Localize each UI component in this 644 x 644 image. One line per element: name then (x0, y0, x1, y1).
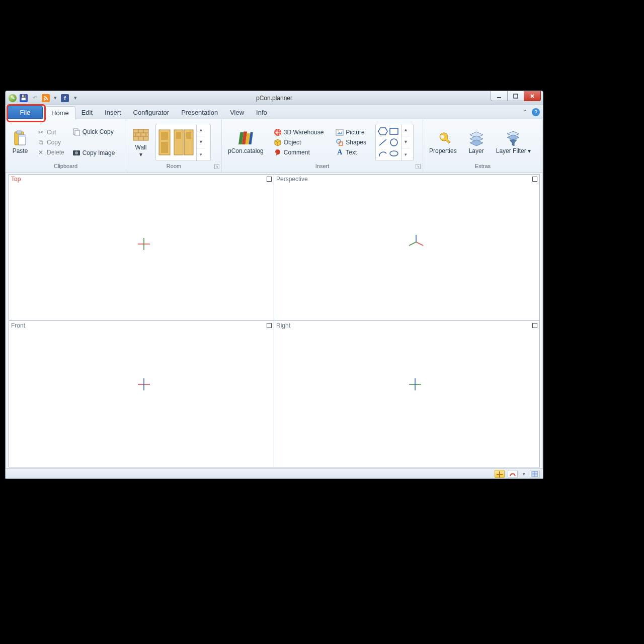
viewport-layout-icon[interactable] (530, 470, 540, 478)
group-label: Insert (315, 163, 330, 169)
viewport-label: Front (11, 322, 25, 329)
viewport-maximize-icon[interactable] (532, 323, 537, 328)
paste-button[interactable]: Paste (10, 129, 31, 155)
delete-label: Delete (47, 149, 64, 156)
svg-rect-1 (514, 94, 518, 98)
comment-button[interactable]: Comment (272, 148, 326, 157)
facebook-icon[interactable]: f (61, 94, 69, 102)
svg-rect-3 (17, 131, 22, 134)
copy-label: Copy (47, 139, 61, 146)
wall-label: Wall▾ (135, 144, 147, 157)
door-double-icon[interactable] (173, 129, 194, 156)
gallery-more-icon[interactable]: ▾ (401, 148, 410, 160)
collapse-ribbon-icon[interactable]: ⌃ (523, 109, 528, 116)
shape-arc-icon[interactable] (378, 149, 388, 158)
viewport-front[interactable]: Front (9, 321, 274, 467)
pcon-catalog-button[interactable]: pCon.catalog (226, 129, 266, 155)
text-button[interactable]: AText (334, 148, 368, 157)
dialog-launcher-icon[interactable]: ↘ (416, 164, 421, 169)
shapes-gallery[interactable]: ▲ ▼ ▾ (375, 124, 414, 161)
shape-circle-icon[interactable] (389, 138, 399, 147)
shapes-button[interactable]: Shapes (334, 138, 368, 147)
quick-copy-button[interactable]: Quick Copy (70, 127, 117, 136)
3d-warehouse-button[interactable]: 3D Warehouse (272, 128, 326, 137)
copy-image-button[interactable]: Copy Image (70, 148, 117, 157)
tab-label: Info (256, 109, 267, 116)
group-label: Room (167, 163, 181, 169)
file-tab[interactable]: File (8, 106, 43, 119)
snap-toggle-icon[interactable] (508, 470, 518, 478)
quick-copy-label: Quick Copy (83, 128, 114, 135)
svg-rect-25 (176, 132, 181, 139)
axis-gizmo-icon (136, 376, 152, 392)
tab-home[interactable]: Home (45, 106, 75, 119)
shape-ellipse-icon[interactable] (389, 149, 399, 158)
svg-rect-22 (161, 142, 168, 153)
shape-rect-icon[interactable] (389, 127, 399, 136)
rss-dropdown-icon[interactable]: ▾ (53, 94, 58, 102)
paste-icon (12, 130, 29, 147)
picture-button[interactable]: Picture (334, 128, 368, 137)
viewport-label: Right (276, 322, 290, 329)
viewport-right[interactable]: Right (274, 321, 539, 467)
viewport-perspective[interactable]: Perspective (274, 175, 539, 321)
gallery-more-icon[interactable]: ▾ (197, 148, 205, 160)
svg-marker-39 (378, 128, 387, 135)
close-button[interactable] (524, 91, 541, 101)
qat-more-icon[interactable]: ▾ (72, 94, 79, 102)
layer-button[interactable]: Layer (466, 129, 487, 155)
gallery-down-icon[interactable]: ▼ (197, 136, 205, 148)
viewport-maximize-icon[interactable] (267, 323, 272, 328)
3d-warehouse-label: 3D Warehouse (284, 129, 324, 136)
layer-label: Layer (469, 148, 484, 154)
paste-label: Paste (13, 148, 28, 154)
copy-button[interactable]: ⧉Copy (35, 138, 66, 147)
tab-configurator[interactable]: Configurator (127, 106, 176, 119)
delete-button[interactable]: ✕Delete (35, 148, 66, 157)
move-gizmo-icon[interactable] (495, 470, 505, 478)
object-button[interactable]: Object (272, 138, 326, 147)
save-icon[interactable]: 💾 (20, 94, 28, 102)
gallery-down-icon[interactable]: ▼ (401, 136, 410, 148)
tab-edit[interactable]: Edit (75, 106, 99, 119)
maximize-button[interactable] (507, 91, 524, 101)
undo-icon[interactable]: ↶ (31, 94, 39, 102)
shape-line-icon[interactable] (378, 138, 388, 147)
svg-rect-5 (19, 135, 26, 137)
layer-filter-button[interactable]: Layer Filter ▾ (494, 129, 533, 155)
minimize-button[interactable] (491, 91, 508, 101)
tab-label: Home (51, 109, 69, 117)
viewport-top[interactable]: Top (9, 175, 274, 321)
help-icon[interactable]: ? (532, 108, 540, 116)
dialog-launcher-icon[interactable]: ↘ (214, 164, 219, 169)
tab-view[interactable]: View (224, 106, 250, 119)
shapes-icon (336, 138, 344, 146)
layer-filter-label: Layer Filter ▾ (496, 148, 531, 154)
wall-split-button[interactable]: Wall▾ (130, 125, 151, 158)
gallery-up-icon[interactable]: ▲ (401, 124, 410, 136)
tab-insert[interactable]: Insert (99, 106, 127, 119)
app-menu-icon[interactable]: ✎ (9, 94, 17, 102)
shape-hexagon-icon[interactable] (378, 127, 388, 136)
pcon-catalog-label: pCon.catalog (228, 148, 264, 154)
group-label: Extras (475, 163, 491, 169)
svg-line-41 (379, 139, 386, 145)
door-single-icon[interactable] (158, 129, 171, 156)
viewport-maximize-icon[interactable] (267, 177, 272, 182)
cut-button[interactable]: ✂Cut (35, 128, 66, 137)
svg-point-9 (75, 151, 78, 154)
tab-info[interactable]: Info (250, 106, 273, 119)
rss-icon[interactable] (42, 94, 50, 102)
quick-access-toolbar: ✎ 💾 ↶ ▾ f ▾ (6, 94, 79, 102)
gallery-up-icon[interactable]: ▲ (197, 124, 205, 136)
viewport-maximize-icon[interactable] (532, 177, 537, 182)
snap-dropdown-icon[interactable]: ▾ (521, 470, 527, 478)
title-bar: ✎ 💾 ↶ ▾ f ▾ pCon.planner (6, 91, 543, 105)
tab-label: Presentation (181, 109, 218, 116)
comment-label: Comment (284, 149, 310, 156)
room-gallery[interactable]: ▲ ▼ ▾ (155, 124, 211, 161)
tab-presentation[interactable]: Presentation (175, 106, 224, 119)
window-controls (491, 91, 541, 101)
group-extras: Properties Layer Layer Filter ▾ Extras (423, 119, 543, 172)
properties-button[interactable]: Properties (427, 129, 459, 155)
